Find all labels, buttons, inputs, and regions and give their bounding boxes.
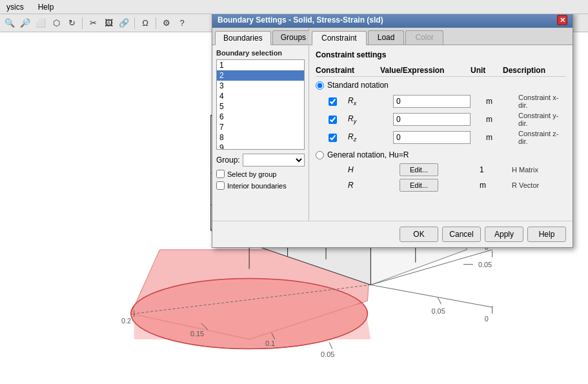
constraint-table-header: Constraint Value/Expression Unit Descrip… [316,65,566,77]
right-panel: Constraint Load Color Constraint setting… [309,28,573,221]
svg-text:0.05: 0.05 [478,261,492,268]
group-select[interactable] [243,154,305,167]
ry-desc: Constraint y-dir. [516,112,566,127]
select-by-group-checkbox[interactable] [216,170,225,178]
svg-text:0.2: 0.2 [121,317,131,325]
dialog-footer: OK Cancel Apply Help [212,221,573,247]
standard-notation-radio[interactable] [316,81,324,90]
svg-text:0.15: 0.15 [190,330,204,338]
menu-help[interactable]: Help [34,1,58,13]
dialog-titlebar: Boundary Settings - Solid, Stress-Strain… [212,12,573,28]
rx-unit: m [483,97,516,106]
toolbar-btn-settings[interactable]: ⚙ [159,16,174,30]
tab-load[interactable]: Load [368,30,405,45]
constraint-settings-label: Constraint settings [316,50,566,59]
svg-text:0.1: 0.1 [265,339,275,347]
header-value: Value/Expression [380,66,471,75]
svg-text:0: 0 [485,315,489,323]
r-row: R Edit... m R Vector [316,179,566,192]
toolbar-btn-rect[interactable]: ⬜ [34,16,48,30]
tab-boundaries[interactable]: Boundaries [215,31,271,45]
select-by-group-label: Select by group [227,170,276,178]
toolbar-sep-3 [156,17,156,29]
toolbar-btn-cut[interactable]: ✂ [86,16,100,30]
h-desc: H Matrix [509,166,566,174]
toolbar-btn-rotate[interactable]: ↻ [65,16,79,30]
group-row: Group: [216,154,305,167]
apply-button[interactable]: Apply [485,227,523,242]
menubar: ysics Help [0,0,588,14]
left-panel: Boundaries Groups Boundary selection 1 2… [212,28,309,221]
rz-var: Rz [348,132,393,143]
header-unit: Unit [471,66,503,75]
help-button[interactable]: Help [527,227,566,242]
rz-input[interactable] [393,131,471,144]
h-row: H Edit... 1 H Matrix [316,163,566,176]
ry-checkbox[interactable] [329,116,337,124]
toolbar-btn-omega[interactable]: Ω [138,16,152,30]
dialog-close-button[interactable]: ✕ [557,15,567,25]
ry-var: Ry [348,114,393,125]
rx-desc: Constraint x-dir. [516,94,566,109]
r-edit-button[interactable]: Edit... [400,179,438,192]
boundary-item-6[interactable]: 6 [217,112,304,122]
ry-input[interactable] [393,113,471,126]
dialog: Boundary Settings - Solid, Stress-Strain… [212,12,573,248]
tab-color[interactable]: Color [405,30,443,45]
h-edit-button[interactable]: Edit... [400,163,438,176]
h-var: H [348,165,400,174]
ry-unit: m [483,115,516,124]
boundary-item-3[interactable]: 3 [217,81,304,91]
toolbar-btn-link[interactable]: 🔗 [117,16,131,30]
r-unit: m [477,181,509,190]
constraint-row-rz: Rz m Constraint z-dir. [316,130,566,145]
toolbar-btn-help[interactable]: ? [175,16,189,30]
rz-unit: m [483,133,516,142]
boundary-item-8[interactable]: 8 [217,132,304,143]
left-tab-strip: Boundaries Groups [212,28,309,45]
general-notation-row: General notation, Hu=R [316,150,566,159]
menu-physics[interactable]: ysics [3,1,28,13]
left-panel-body: Boundary selection 1 2 3 4 5 6 7 8 9 [212,45,309,194]
boundary-item-1[interactable]: 1 [217,60,304,70]
boundary-item-5[interactable]: 5 [217,101,304,112]
select-by-group-row: Select by group [216,170,305,178]
rz-desc: Constraint z-dir. [516,130,566,145]
boundary-item-7[interactable]: 7 [217,122,304,132]
rz-checkbox[interactable] [329,134,337,142]
boundary-item-4[interactable]: 4 [217,91,304,101]
boundary-list[interactable]: 1 2 3 4 5 6 7 8 9 [216,59,305,150]
toolbar-btn-image[interactable]: 🖼 [101,16,116,30]
standard-notation-label: Standard notation [327,81,389,90]
ok-button[interactable]: OK [400,227,438,242]
boundary-item-2[interactable]: 2 [217,70,304,81]
dialog-title: Boundary Settings - Solid, Stress-Strain… [218,15,383,25]
interior-boundaries-label: Interior boundaries [227,182,287,190]
right-tab-strip: Constraint Load Color [309,28,573,45]
toolbar-btn-zoom-in[interactable]: 🔍 [3,16,17,30]
general-notation-radio[interactable] [316,151,324,159]
toolbar-sep-2 [134,17,135,29]
r-var: R [348,181,400,190]
tab-constraint[interactable]: Constraint [312,31,367,45]
interior-boundaries-checkbox[interactable] [216,181,225,190]
header-description: Description [503,66,566,75]
group-label: Group: [216,156,240,165]
interior-boundaries-row: Interior boundaries [216,181,305,190]
constraint-row-rx: Rx m Constraint x-dir. [316,94,566,109]
cancel-button[interactable]: Cancel [442,227,481,242]
header-constraint: Constraint [316,66,380,75]
svg-text:0.05: 0.05 [321,350,334,358]
rx-var: Rx [348,96,393,106]
boundary-item-9[interactable]: 9 [217,143,304,150]
general-notation-label: General notation, Hu=R [327,150,409,159]
right-panel-body: Constraint settings Constraint Value/Exp… [309,45,573,199]
toolbar-btn-zoom-out[interactable]: 🔎 [18,16,32,30]
boundary-selection-label: Boundary selection [216,49,305,57]
toolbar-sep-1 [82,17,83,29]
rx-checkbox[interactable] [329,97,337,106]
rx-input[interactable] [393,95,471,108]
svg-text:0.05: 0.05 [432,307,445,315]
toolbar-btn-hex[interactable]: ⬡ [49,16,63,30]
tab-groups[interactable]: Groups [272,30,314,45]
